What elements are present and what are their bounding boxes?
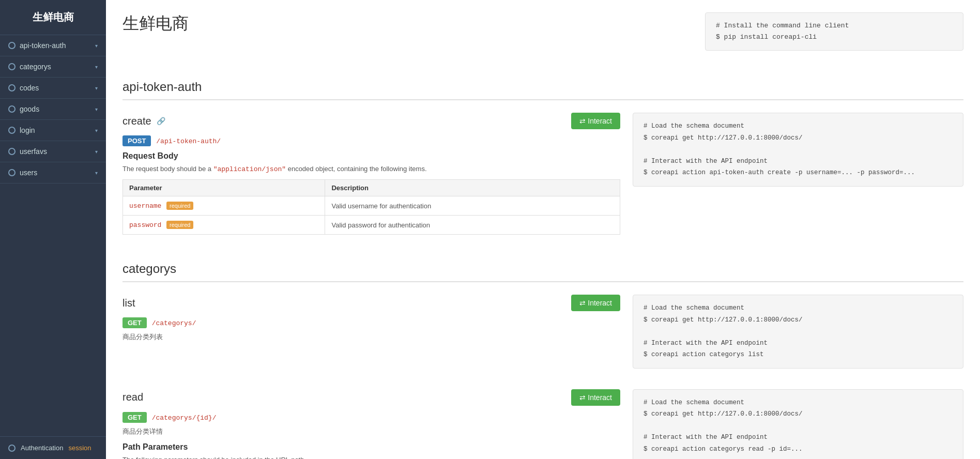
- sidebar-item-users[interactable]: users ▾: [0, 162, 106, 183]
- endpoint-method-path-create: POST /api-token-auth/: [122, 135, 620, 146]
- method-badge-get-list: GET: [122, 317, 147, 328]
- install-line2: $ pip install coreapi-cli: [716, 32, 953, 43]
- code-line5: $ coreapi action categorys read -p id=..…: [644, 443, 953, 455]
- endpoint-left-create: create 🔗 ⇄ Interact POST /api-token-auth…: [122, 113, 620, 241]
- code-line4: # Interact with the API endpoint: [644, 338, 953, 349]
- sidebar-footer: Authentication session: [0, 436, 106, 459]
- interact-button-read[interactable]: ⇄ Interact: [571, 389, 620, 406]
- main-content: 生鲜电商 # Install the command line client $…: [106, 0, 980, 459]
- col-parameter: Parameter: [123, 180, 325, 196]
- endpoint-right-list: # Load the schema document $ coreapi get…: [633, 295, 963, 369]
- params-table-create: Parameter Description username required …: [122, 179, 620, 235]
- code-line3: [644, 420, 953, 432]
- top-install-block: # Install the command line client $ pip …: [705, 12, 963, 51]
- col-description: Description: [325, 180, 620, 196]
- install-line1: # Install the command line client: [716, 20, 953, 32]
- request-body-title: Request Body: [122, 151, 620, 161]
- code-line4: # Interact with the API endpoint: [644, 156, 953, 167]
- chevron-down-icon: ▾: [95, 106, 98, 112]
- chevron-down-icon: ▾: [95, 85, 98, 91]
- param-name-password: password: [129, 221, 161, 229]
- section-title-categorys: categorys: [122, 262, 963, 282]
- endpoint-read: read ⇄ Interact GET /categorys/{id}/ 商品分…: [122, 389, 963, 459]
- endpoint-method-path-list: GET /categorys/: [122, 317, 620, 328]
- endpoint-right-create: # Load the schema document $ coreapi get…: [633, 113, 963, 241]
- endpoint-title-area-create: create 🔗: [122, 115, 165, 127]
- rb-desc-prefix: The request body should be a: [122, 165, 213, 173]
- endpoint-name-create: create: [122, 115, 151, 127]
- code-line4: # Interact with the API endpoint: [644, 432, 953, 443]
- endpoint-left-list: list ⇄ Interact GET /categorys/ 商品分类列表: [122, 295, 620, 369]
- section-categorys: categorys list ⇄ Interact GET /categorys…: [122, 262, 963, 459]
- request-body-desc: The request body should be a "applicatio…: [122, 165, 620, 173]
- code-line1: # Load the schema document: [644, 302, 953, 314]
- footer-auth-label: Authentication: [21, 444, 63, 452]
- sidebar-item-label: login: [20, 126, 35, 134]
- endpoint-path-list: /categorys/: [152, 319, 196, 327]
- sidebar-item-api-token-auth[interactable]: api-token-auth ▾: [0, 35, 106, 56]
- sidebar-item-label: goods: [20, 105, 39, 113]
- code-line3: [644, 326, 953, 338]
- endpoint-title-area-list: list: [122, 297, 135, 309]
- sidebar-item-label: codes: [20, 84, 39, 92]
- code-block-read: # Load the schema document $ coreapi get…: [633, 389, 963, 459]
- param-desc-password: Valid password for authentication: [325, 216, 620, 235]
- section-api-token-auth: api-token-auth create 🔗 ⇄ Interact POST …: [122, 80, 963, 241]
- code-block-list: # Load the schema document $ coreapi get…: [633, 295, 963, 369]
- endpoint-path-read: /categorys/{id}/: [152, 414, 217, 422]
- endpoint-list: list ⇄ Interact GET /categorys/ 商品分类列表 #…: [122, 295, 963, 369]
- sidebar-item-goods[interactable]: goods ▾: [0, 99, 106, 120]
- endpoint-header-create: create 🔗 ⇄ Interact: [122, 113, 620, 129]
- code-line2: $ coreapi get http://127.0.0.1:8000/docs…: [644, 408, 953, 420]
- path-params-title: Path Parameters: [122, 442, 620, 452]
- method-badge-get-read: GET: [122, 412, 147, 423]
- endpoint-create: create 🔗 ⇄ Interact POST /api-token-auth…: [122, 113, 963, 241]
- interact-button-list[interactable]: ⇄ Interact: [571, 295, 620, 311]
- sidebar-item-codes[interactable]: codes ▾: [0, 78, 106, 99]
- code-line2: $ coreapi get http://127.0.0.1:8000/docs…: [644, 314, 953, 326]
- sidebar-item-login[interactable]: login ▾: [0, 120, 106, 141]
- code-line1: # Load the schema document: [644, 397, 953, 409]
- endpoint-name-read: read: [122, 391, 143, 403]
- rb-desc-suffix: encoded object, containing the following…: [286, 165, 426, 173]
- endpoint-right-read: # Load the schema document $ coreapi get…: [633, 389, 963, 459]
- user-icon: [8, 445, 16, 452]
- endpoint-header-read: read ⇄ Interact: [122, 389, 620, 406]
- table-row: password required Valid password for aut…: [123, 216, 620, 235]
- path-params-desc: The following parameters should be inclu…: [122, 456, 620, 459]
- read-description: 商品分类详情: [122, 427, 620, 436]
- sidebar-circle-icon: [8, 42, 16, 49]
- sidebar-item-label: api-token-auth: [20, 41, 66, 50]
- code-line3: [644, 144, 953, 156]
- footer-session-label[interactable]: session: [68, 444, 91, 452]
- required-badge: required: [166, 221, 193, 229]
- required-badge: required: [166, 202, 193, 210]
- sidebar-title: 生鲜电商: [0, 0, 106, 35]
- endpoint-title-area-read: read: [122, 391, 143, 403]
- chevron-down-icon: ▾: [95, 64, 98, 70]
- code-line5: $ coreapi action api-token-auth create -…: [644, 167, 953, 179]
- endpoint-name-list: list: [122, 297, 135, 309]
- method-badge-post: POST: [122, 135, 151, 146]
- endpoint-path-create: /api-token-auth/: [156, 137, 221, 145]
- sidebar-item-categorys[interactable]: categorys ▾: [0, 56, 106, 78]
- sidebar-circle-icon: [8, 63, 16, 70]
- chevron-down-icon: ▾: [95, 149, 98, 155]
- code-line2: $ coreapi get http://127.0.0.1:8000/docs…: [644, 132, 953, 144]
- param-cell: password required: [123, 216, 325, 235]
- code-line5: $ coreapi action categorys list: [644, 349, 953, 361]
- sidebar-item-userfavs[interactable]: userfavs ▾: [0, 141, 106, 162]
- chevron-down-icon: ▾: [95, 170, 98, 176]
- interact-button-create[interactable]: ⇄ Interact: [571, 113, 620, 129]
- param-desc-username: Valid username for authentication: [325, 196, 620, 216]
- sidebar-item-label: users: [20, 169, 37, 177]
- list-description: 商品分类列表: [122, 332, 620, 342]
- endpoint-method-path-read: GET /categorys/{id}/: [122, 412, 620, 423]
- page-title: 生鲜电商: [122, 12, 189, 35]
- sidebar-item-label: categorys: [20, 63, 51, 71]
- chevron-down-icon: ▾: [95, 43, 98, 49]
- param-cell: username required: [123, 196, 325, 216]
- rb-desc-format: "application/json": [213, 165, 286, 173]
- param-name-username: username: [129, 202, 161, 210]
- endpoint-left-read: read ⇄ Interact GET /categorys/{id}/ 商品分…: [122, 389, 620, 459]
